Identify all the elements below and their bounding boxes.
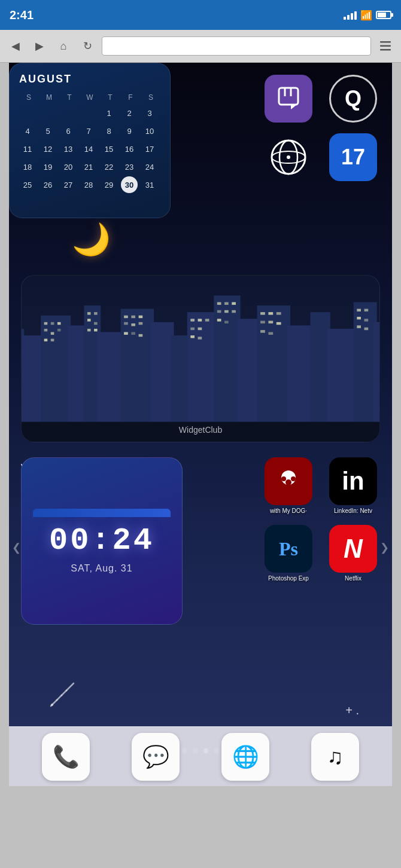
dock-messages-icon[interactable]: 💬 (132, 733, 180, 781)
cal-header-m: M (40, 91, 59, 103)
cal-day-11[interactable]: 11 (19, 140, 36, 157)
cal-day-13[interactable]: 13 (60, 140, 77, 157)
cal-day-14[interactable]: 14 (80, 140, 97, 157)
clock-time: 00:24 (49, 523, 154, 558)
svg-point-99 (66, 690, 68, 692)
cal-day-21[interactable]: 21 (80, 158, 97, 175)
edit-pencil-icon[interactable] (45, 676, 81, 714)
svg-rect-85 (364, 319, 369, 321)
17-app-icon[interactable]: 17 (329, 133, 377, 181)
moon-icon: 🌙 (72, 221, 111, 258)
refresh-button[interactable]: ↻ (78, 36, 97, 56)
svg-rect-83 (364, 309, 369, 311)
netflix-app-label: Netflix (345, 575, 361, 582)
svg-rect-73 (224, 321, 229, 323)
svg-rect-58 (139, 334, 143, 337)
page-right-arrow-icon: ❯ (380, 541, 389, 554)
dock-browser-icon[interactable]: 🌐 (221, 733, 269, 781)
clock-date: SAT, Aug. 31 (71, 563, 132, 574)
calendar-widget[interactable]: AUGUST S M T W T F S 1 2 3 4 5 6 7 8 9 1… (9, 63, 171, 218)
dock-music-icon[interactable]: ♫ (311, 733, 359, 781)
photoshop-app-icon[interactable]: Ps (265, 525, 312, 573)
svg-rect-52 (139, 316, 143, 318)
cal-day-12[interactable]: 12 (40, 140, 56, 157)
browser-toolbar: ◀ ▶ ⌂ ↻ (0, 30, 401, 63)
cal-day-15[interactable]: 15 (101, 140, 117, 157)
cal-day-17[interactable]: 17 (141, 140, 158, 157)
home-button[interactable]: ⌂ (54, 36, 73, 56)
back-button[interactable]: ◀ (6, 36, 25, 56)
clock-widget[interactable]: 00:24 SAT, Aug. 31 (21, 457, 183, 625)
svg-point-98 (61, 695, 63, 696)
circle-app-icon[interactable] (265, 133, 312, 181)
svg-rect-1 (380, 45, 391, 47)
svg-rect-42 (44, 339, 48, 341)
cal-day-24[interactable]: 24 (141, 158, 158, 175)
dock: 📞 💬 🌐 ♫ (9, 726, 392, 786)
browser-menu-button[interactable] (376, 36, 395, 56)
svg-rect-63 (198, 328, 202, 330)
cal-day-4[interactable]: 4 (19, 123, 36, 139)
top-right-app-icons: Q 17 (262, 75, 380, 181)
cal-day-7[interactable]: 7 (80, 123, 97, 139)
cal-day-28[interactable]: 28 (80, 176, 97, 193)
svg-rect-39 (44, 329, 48, 331)
dog-app-label: with My DOG· (270, 508, 307, 514)
circle-app-container (262, 133, 315, 181)
svg-point-96 (51, 704, 53, 706)
svg-rect-87 (364, 328, 369, 330)
twitch-app-container (262, 75, 315, 123)
cal-day-1[interactable]: 1 (101, 105, 117, 121)
cal-day-9[interactable]: 9 (121, 123, 138, 139)
svg-rect-68 (232, 302, 236, 304)
cal-day-16[interactable]: 16 (121, 140, 138, 157)
cal-day-26[interactable]: 26 (40, 176, 56, 193)
cal-day-19[interactable]: 19 (40, 158, 56, 175)
photoshop-app-label: Photoshop Exp (268, 575, 309, 582)
cal-day-20[interactable]: 20 (60, 158, 77, 175)
svg-rect-86 (357, 325, 361, 328)
skyline-widget[interactable]: WidgetClub (21, 275, 380, 442)
q-app-icon[interactable]: Q (329, 75, 377, 123)
cal-day-22[interactable]: 22 (101, 158, 117, 175)
cal-day-10[interactable]: 10 (141, 123, 158, 139)
bottom-right-apps: with My DOG· in LinkedIn: Netv Ps Photos… (262, 457, 380, 582)
svg-rect-76 (277, 312, 281, 314)
cal-day-6[interactable]: 6 (60, 123, 77, 139)
svg-rect-69 (217, 310, 221, 313)
cal-day-25[interactable]: 25 (19, 176, 36, 193)
forward-button[interactable]: ▶ (30, 36, 49, 56)
cal-day-5[interactable]: 5 (40, 123, 56, 139)
address-bar[interactable] (102, 36, 371, 56)
svg-point-10 (287, 155, 290, 159)
dog-app-container: with My DOG· (262, 457, 315, 514)
cal-day-8[interactable]: 8 (101, 123, 117, 139)
add-widget-button[interactable]: + . (345, 704, 359, 717)
svg-rect-48 (87, 329, 91, 331)
svg-rect-45 (94, 312, 98, 314)
cal-day-3[interactable]: 3 (141, 105, 158, 121)
dock-phone-icon[interactable]: 📞 (42, 733, 90, 781)
dog-app-icon[interactable] (265, 457, 312, 505)
linkedin-app-icon[interactable]: in (329, 457, 377, 505)
cal-day-23[interactable]: 23 (121, 158, 138, 175)
svg-rect-44 (87, 312, 91, 314)
twitch-app-icon[interactable] (265, 75, 312, 123)
svg-rect-78 (268, 321, 273, 323)
svg-rect-54 (131, 323, 135, 326)
svg-point-97 (56, 699, 58, 701)
netflix-app-icon[interactable]: N (329, 525, 377, 573)
status-icons: 📶 (344, 10, 391, 21)
cal-day-27[interactable]: 27 (60, 176, 77, 193)
svg-rect-59 (190, 319, 195, 321)
svg-rect-53 (124, 322, 128, 325)
cal-day-29[interactable]: 29 (101, 176, 117, 193)
cal-day-2[interactable]: 2 (121, 105, 138, 121)
status-time: 2:41 (10, 8, 34, 22)
cal-day-18[interactable]: 18 (19, 158, 36, 175)
svg-rect-79 (277, 322, 281, 325)
svg-point-91 (291, 476, 296, 481)
cal-day-30-today[interactable]: 30 (121, 176, 138, 193)
svg-rect-57 (131, 332, 135, 335)
cal-day-31[interactable]: 31 (141, 176, 158, 193)
